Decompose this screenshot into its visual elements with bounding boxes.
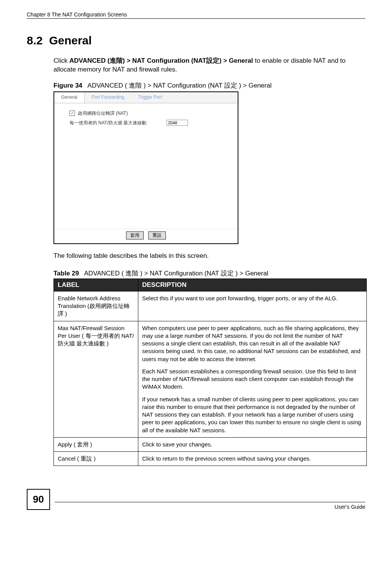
nat-panel: ✓ 啟用網路位址轉譯 (NAT) 每一使用者的 NAT/防火牆 最大連線數: (54, 103, 238, 229)
desc-para: If your network has a small number of cl… (142, 396, 363, 434)
section-number: 8.2 (27, 34, 43, 47)
cell-desc: When computers use peer to peer applicat… (138, 321, 367, 437)
enable-nat-label: 啟用網路位址轉譯 (NAT) (78, 110, 128, 117)
running-header: Chapter 8 The NAT Configuration Screens (27, 11, 365, 18)
cell-label: Apply ( 套用 ) (54, 437, 138, 451)
figure-caption-text: ADVANCED ( 進階 ) > NAT Configuration (NAT… (87, 82, 272, 89)
table-caption-text: ADVANCED ( 進階 ) > NAT Configuration (NAT… (84, 270, 268, 277)
desc-para: Each NAT session establishes a correspon… (142, 368, 363, 391)
table-row: Cancel ( 重設 ) Click to return to the pre… (54, 452, 367, 466)
desc-para: When computers use peer to peer applicat… (142, 324, 363, 363)
description-table: LABEL DESCRIPTION Enable Network Address… (53, 278, 367, 466)
cell-label: Max NAT/Firewall Session Per User ( 每一使用… (54, 321, 138, 437)
th-description: DESCRIPTION (138, 278, 367, 291)
page-footer: 90 User's Guide (27, 489, 365, 510)
figure-label: Figure 34 (53, 82, 83, 89)
cell-label: Cancel ( 重設 ) (54, 452, 138, 466)
tab-general[interactable]: General (54, 92, 85, 103)
table-label: Table 29 (53, 270, 79, 277)
intro-paragraph: Click ADVANCED (進階) > NAT Configuration … (53, 57, 365, 74)
enable-nat-checkbox[interactable]: ✓ (70, 111, 75, 116)
reset-button[interactable]: 重設 (148, 231, 166, 239)
table-caption: Table 29 ADVANCED ( 進階 ) > NAT Configura… (53, 269, 365, 278)
section-heading: 8.2 General (27, 34, 365, 47)
tab-bar: General Port Forwarding Trigger Port (54, 92, 238, 103)
header-rule (27, 18, 365, 19)
apply-button[interactable]: 套用 (126, 231, 144, 239)
cell-desc: Click to save your changes. (138, 437, 367, 451)
tab-port-forwarding[interactable]: Port Forwarding (85, 92, 131, 103)
tab-trigger-port[interactable]: Trigger Port (131, 92, 169, 103)
figure-caption: Figure 34 ADVANCED ( 進階 ) > NAT Configur… (53, 81, 365, 90)
cell-desc: Click to return to the previous screen w… (138, 452, 367, 466)
intro-pre: Click (53, 57, 70, 64)
cell-desc: Select this if you want to use port forw… (138, 291, 367, 321)
max-session-input[interactable] (167, 120, 188, 126)
intro-bold-path: ADVANCED (進階) > NAT Configuration (NAT設定… (70, 57, 253, 64)
figure-screenshot: General Port Forwarding Trigger Port ✓ 啟… (53, 91, 238, 244)
table-row: Max NAT/Firewall Session Per User ( 每一使用… (54, 321, 367, 437)
table-row: Enable Network Address Translation (啟用網路… (54, 291, 367, 321)
footer-guide-text: User's Guide (55, 504, 365, 510)
page-number: 90 (27, 489, 50, 510)
post-figure-text: The following table describes the labels… (53, 252, 365, 261)
max-session-label: 每一使用者的 NAT/防火牆 最大連線數: (70, 120, 147, 126)
cell-label: Enable Network Address Translation (啟用網路… (54, 291, 138, 321)
table-row: Apply ( 套用 ) Click to save your changes. (54, 437, 367, 451)
th-label: LABEL (54, 278, 138, 291)
footer-rule (55, 502, 365, 502)
section-title: General (49, 34, 92, 47)
